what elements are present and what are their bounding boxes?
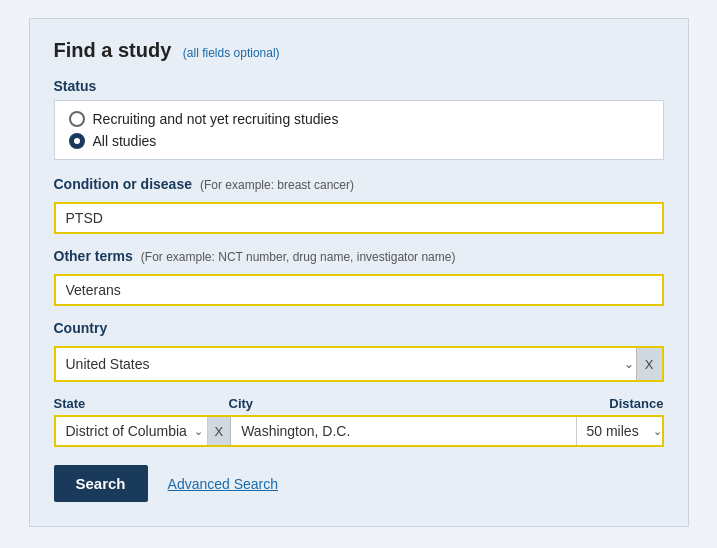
country-select-wrapper: United States Canada United Kingdom Aust… <box>54 346 664 382</box>
status-box: Recruiting and not yet recruiting studie… <box>54 100 664 160</box>
other-terms-hint: (For example: NCT number, drug name, inv… <box>141 250 456 264</box>
city-label: City <box>229 396 564 411</box>
location-row: District of Columbia Alabama Alaska Ariz… <box>54 415 664 447</box>
search-button[interactable]: Search <box>54 465 148 502</box>
status-option-recruiting[interactable]: Recruiting and not yet recruiting studie… <box>69 111 649 127</box>
other-terms-input[interactable] <box>54 274 664 306</box>
actions-row: Search Advanced Search <box>54 465 664 502</box>
city-input[interactable] <box>231 417 575 445</box>
main-container: Find a study (all fields optional) Statu… <box>29 18 689 527</box>
status-label: Status <box>54 78 664 94</box>
other-terms-group: Other terms (For example: NCT number, dr… <box>54 248 664 306</box>
other-terms-label-row: Other terms (For example: NCT number, dr… <box>54 248 664 270</box>
state-select-wrapper: District of Columbia Alabama Alaska Ariz… <box>56 417 208 445</box>
radio-all-icon <box>69 133 85 149</box>
distance-label: Distance <box>564 396 664 411</box>
condition-label-row: Condition or disease (For example: breas… <box>54 176 664 198</box>
distance-select-wrapper: 5 miles 10 miles 25 miles 50 miles 100 m… <box>576 417 662 445</box>
location-group: State City Distance District of Columbia… <box>54 396 664 447</box>
optional-note: (all fields optional) <box>183 46 280 60</box>
country-select[interactable]: United States Canada United Kingdom Aust… <box>56 350 636 378</box>
country-clear-button[interactable]: X <box>636 348 662 380</box>
state-clear-button[interactable]: X <box>208 417 232 445</box>
country-label: Country <box>54 320 108 336</box>
condition-label: Condition or disease <box>54 176 192 192</box>
condition-hint: (For example: breast cancer) <box>200 178 354 192</box>
location-sub-labels: State City Distance <box>54 396 664 411</box>
condition-group: Condition or disease (For example: breas… <box>54 176 664 234</box>
distance-select[interactable]: 5 miles 10 miles 25 miles 50 miles 100 m… <box>577 417 671 445</box>
radio-all-label: All studies <box>93 133 157 149</box>
condition-input[interactable] <box>54 202 664 234</box>
status-option-all[interactable]: All studies <box>69 133 649 149</box>
state-select[interactable]: District of Columbia Alabama Alaska Ariz… <box>56 417 212 445</box>
radio-recruiting-label: Recruiting and not yet recruiting studie… <box>93 111 339 127</box>
page-title: Find a study (all fields optional) <box>54 39 664 62</box>
state-label: State <box>54 396 229 411</box>
other-terms-label: Other terms <box>54 248 133 264</box>
radio-recruiting-icon <box>69 111 85 127</box>
status-group: Status Recruiting and not yet recruiting… <box>54 78 664 160</box>
title-text: Find a study <box>54 39 172 61</box>
advanced-search-link[interactable]: Advanced Search <box>168 476 279 492</box>
country-group: Country United States Canada United King… <box>54 320 664 382</box>
country-label-row: Country <box>54 320 664 342</box>
